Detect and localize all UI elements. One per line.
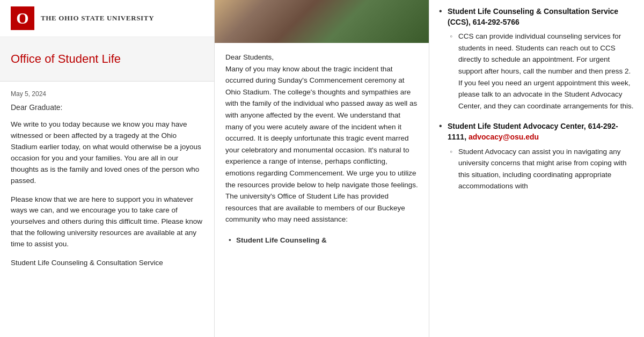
right-item2-heading: Student Life Student Advocacy Center, 61… — [448, 121, 634, 142]
middle-panel: Dear Students, Many of you may know abou… — [215, 0, 429, 337]
building-image — [215, 0, 429, 43]
middle-resource1-heading: Student Life Counseling & — [236, 236, 327, 244]
left-resource-heading: Student Life Counseling & Consultation S… — [11, 258, 203, 269]
right-resource-list: Student Life Counseling & Consultation S… — [439, 6, 634, 192]
left-content: May 5, 2024 Dear Graduate: We write to y… — [0, 82, 214, 337]
building-graphic — [215, 0, 429, 43]
right-item2-sublist: Student Advocacy can assist you in navig… — [448, 146, 634, 192]
svg-text:O: O — [16, 9, 28, 27]
advocacy-email-link[interactable]: advocacy@osu.edu — [469, 133, 539, 141]
left-paragraph2: Please know that we are here to support … — [11, 194, 203, 251]
right-item1-sublist: CCS can provide individual counseling se… — [448, 31, 634, 112]
right-item1-sub1: CCS can provide individual counseling se… — [448, 31, 634, 112]
right-item1: Student Life Counseling & Consultation S… — [439, 6, 634, 112]
middle-resource-list: Student Life Counseling & — [225, 235, 418, 246]
right-item2: Student Life Student Advocacy Center, 61… — [439, 121, 634, 192]
right-item1-heading: Student Life Counseling & Consultation S… — [448, 6, 634, 27]
osu-header: O The Ohio State University — [0, 0, 214, 37]
right-panel: Student Life Counseling & Consultation S… — [429, 0, 644, 337]
middle-content: Dear Students, Many of you may know abou… — [215, 43, 429, 337]
middle-body-text: Dear Students, Many of you may know abou… — [225, 52, 418, 225]
osu-logo: O — [11, 6, 34, 30]
office-bar: Office of Student Life — [0, 37, 214, 82]
left-paragraph1: We write to you today because we know yo… — [11, 119, 203, 187]
right-item2-sub1: Student Advocacy can assist you in navig… — [448, 146, 634, 192]
middle-resource-item1: Student Life Counseling & — [225, 235, 418, 246]
date-line: May 5, 2024 — [11, 90, 203, 98]
left-panel: O The Ohio State University Office of St… — [0, 0, 215, 337]
office-title: Office of Student Life — [11, 52, 203, 66]
university-name: The Ohio State University — [41, 14, 154, 23]
salutation: Dear Graduate: — [11, 103, 203, 112]
